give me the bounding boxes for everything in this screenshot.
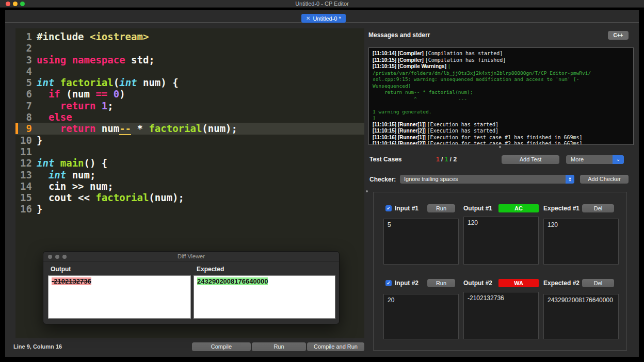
line-number: 2 bbox=[15, 42, 35, 54]
messages-panel-title: Messages and stderr bbox=[368, 31, 430, 39]
line-code: cout << factorial(num); bbox=[37, 192, 184, 203]
input2-textarea[interactable]: 20 bbox=[383, 294, 459, 339]
compile-button[interactable]: Compile bbox=[192, 342, 251, 351]
line-number: 13 bbox=[15, 169, 35, 180]
diff-output-pane[interactable]: -2102132736 bbox=[48, 275, 191, 319]
code-line-7[interactable]: 7 return 1; bbox=[15, 100, 364, 111]
testcases-title: Test Cases bbox=[369, 156, 401, 163]
log-line: [11:10:16] [Runner[1]] [Execution for te… bbox=[373, 135, 630, 141]
code-line-6[interactable]: 6 if (num == 0) bbox=[15, 88, 364, 100]
line-number: 10 bbox=[15, 135, 35, 146]
code-lines: 1#include <iostream>23using namespace st… bbox=[15, 31, 364, 215]
input1-checkbox[interactable]: ✓ bbox=[385, 205, 392, 211]
line-number: 15 bbox=[15, 192, 35, 203]
input1-textarea[interactable]: 5 bbox=[383, 219, 459, 265]
panel-splitter-handle[interactable] bbox=[366, 190, 368, 192]
checker-selected-value: Ignore trailing spaces bbox=[404, 176, 458, 182]
code-line-3[interactable]: 3using namespace std; bbox=[15, 54, 364, 65]
line-number: 4 bbox=[15, 65, 35, 77]
expected1-label: Expected #1 bbox=[543, 205, 579, 212]
code-line-11[interactable]: 11 bbox=[15, 146, 364, 157]
checker-label: Checker: bbox=[369, 176, 396, 183]
log-line: [11:10:15] [Compile Warnings] [ bbox=[373, 63, 630, 70]
testcase-counts: 1 / 1 / 2 bbox=[436, 156, 457, 163]
verdict1-badge: AC bbox=[498, 204, 539, 212]
run2-button[interactable]: Run bbox=[427, 279, 455, 287]
run-button[interactable]: Run bbox=[252, 342, 306, 351]
line-code: cin >> num; bbox=[37, 180, 114, 192]
output1-textarea[interactable]: 120 bbox=[463, 217, 539, 265]
output2-textarea[interactable]: -2102132736 bbox=[463, 292, 539, 339]
log-line bbox=[373, 102, 630, 109]
testcase-count: 1 bbox=[436, 156, 440, 163]
line-number: 8 bbox=[15, 111, 35, 123]
line-number: 6 bbox=[15, 88, 35, 100]
line-number: 12 bbox=[15, 157, 35, 169]
diff-viewer-window: Diff Viewer Output Expected -2102132736 … bbox=[43, 251, 340, 324]
expected2-textarea[interactable]: 2432902008176640000 bbox=[543, 294, 619, 339]
more-dropdown[interactable]: More ⌄ bbox=[566, 155, 624, 164]
code-line-8[interactable]: 8 else bbox=[15, 111, 364, 123]
code-line-13[interactable]: 13 int num; bbox=[15, 169, 364, 180]
add-checker-button[interactable]: Add Checker bbox=[580, 175, 629, 184]
diff-output-value: -2102132736 bbox=[52, 277, 91, 285]
log-line: ] bbox=[373, 115, 630, 122]
window-title: Untitled-0 - CP Editor bbox=[0, 1, 644, 7]
verdict2-badge: WA bbox=[498, 279, 539, 287]
log-line: return num-- * factorial(num); bbox=[373, 89, 630, 96]
log-line: /private/var/folders/dm/lb_jj0ts3xj2k4xt… bbox=[373, 70, 630, 77]
line-number: 5 bbox=[15, 77, 35, 88]
code-line-15[interactable]: 15 cout << factorial(num); bbox=[15, 192, 364, 203]
log-line: 1 warning generated. bbox=[373, 109, 630, 116]
line-number: 3 bbox=[15, 54, 35, 65]
run1-button[interactable]: Run bbox=[427, 204, 455, 212]
cursor-position-status: Line 9, Column 16 bbox=[13, 343, 62, 350]
language-button[interactable]: C++ bbox=[608, 31, 629, 40]
testcase-count: / bbox=[448, 156, 453, 163]
del1-button[interactable]: Del bbox=[582, 204, 614, 212]
code-line-2[interactable]: 2 bbox=[15, 42, 364, 54]
line-number: 11 bbox=[15, 146, 35, 157]
code-line-16[interactable]: 16} bbox=[15, 203, 364, 215]
add-test-button[interactable]: Add Test bbox=[502, 155, 559, 164]
testcase-count: 2 bbox=[453, 156, 457, 163]
diff-viewer-title: Diff Viewer bbox=[43, 253, 339, 259]
testcase-count: / bbox=[440, 156, 445, 163]
diff-viewer-titlebar[interactable]: Diff Viewer bbox=[43, 252, 339, 262]
code-line-14[interactable]: 14 cin >> num; bbox=[15, 180, 364, 192]
code-line-10[interactable]: 10} bbox=[15, 135, 364, 146]
line-number: 14 bbox=[15, 180, 35, 192]
diff-expected-value: 2432902008176640000 bbox=[197, 277, 268, 285]
diff-expected-pane[interactable]: 2432902008176640000 bbox=[194, 275, 335, 319]
output2-label: Output #2 bbox=[463, 279, 492, 287]
code-line-9[interactable]: 9 return num-- * factorial(num); bbox=[15, 123, 364, 134]
messages-log[interactable]: [11:10:14] [Compiler] [Compilation has s… bbox=[368, 47, 634, 145]
chevron-down-icon: ⌄ bbox=[613, 155, 624, 164]
log-line: [11:10:14] [Compiler] [Compilation has s… bbox=[373, 51, 630, 57]
code-line-1[interactable]: 1#include <iostream> bbox=[15, 31, 364, 42]
code-line-4[interactable]: 4 bbox=[15, 65, 364, 77]
check-icon: ✓ bbox=[387, 281, 391, 286]
code-line-12[interactable]: 12int main() { bbox=[15, 157, 364, 169]
line-number: 7 bbox=[15, 100, 35, 111]
line-code: } bbox=[37, 135, 42, 146]
output1-label: Output #1 bbox=[463, 205, 492, 212]
tab-untitled-0[interactable]: ✕ Untitled-0 * bbox=[301, 14, 346, 23]
window-titlebar: Untitled-0 - CP Editor bbox=[0, 0, 644, 8]
messages-splitter-handle[interactable] bbox=[499, 146, 501, 148]
expected2-label: Expected #2 bbox=[543, 279, 579, 287]
log-line: [11:10:15] [Compiler] [Compilation has f… bbox=[373, 57, 630, 64]
input2-checkbox[interactable]: ✓ bbox=[385, 280, 392, 286]
line-code: #include <iostream> bbox=[37, 31, 149, 42]
checker-select[interactable]: Ignore trailing spaces ▲▼ bbox=[400, 175, 574, 184]
line-code: if (num == 0) bbox=[37, 88, 125, 100]
line-code: } bbox=[37, 203, 42, 215]
line-number: 16 bbox=[15, 203, 35, 215]
more-dropdown-label: More bbox=[571, 156, 584, 162]
code-line-5[interactable]: 5int factorial(int num) { bbox=[15, 77, 364, 88]
compile-and-run-button[interactable]: Compile and Run bbox=[307, 342, 364, 351]
expected1-textarea[interactable]: 120 bbox=[543, 219, 619, 265]
tab-close-icon[interactable]: ✕ bbox=[306, 16, 310, 21]
line-code: int factorial(int num) { bbox=[37, 77, 179, 88]
del2-button[interactable]: Del bbox=[582, 279, 614, 287]
